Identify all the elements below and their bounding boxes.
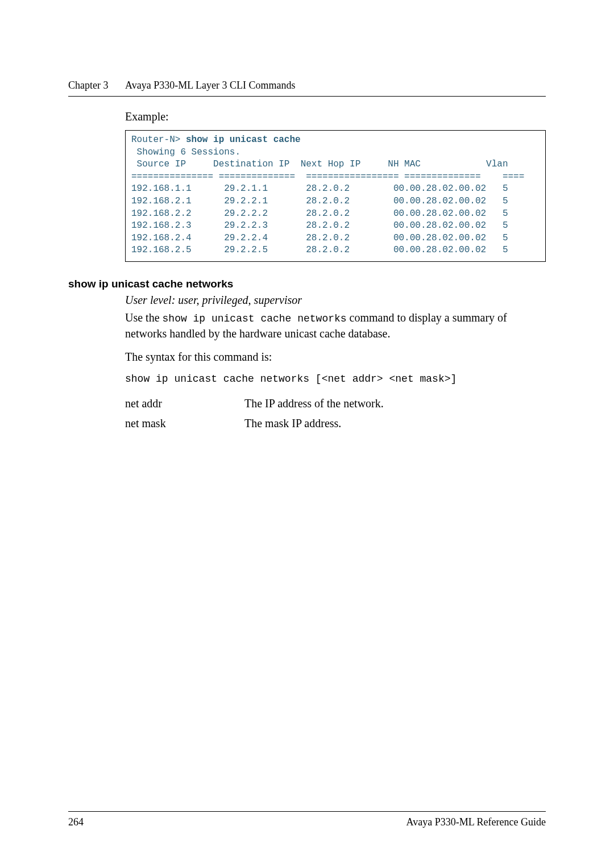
syntax-label: The syntax for this command is:	[125, 349, 546, 365]
code-example-block: Router-N> show ip unicast cache Showing …	[125, 130, 546, 262]
code-row: 192.168.2.1 29.2.2.1 28.2.0.2 00.00.28.0…	[131, 196, 508, 206]
command-text: show ip unicast cache	[186, 135, 301, 145]
section-heading: show ip unicast cache networks	[68, 278, 546, 290]
code-row: 192.168.1.1 29.2.1.1 28.2.0.2 00.00.28.0…	[131, 183, 508, 194]
code-sessions: Showing 6 Sessions.	[131, 147, 240, 157]
chapter-label: Chapter 3	[68, 80, 108, 91]
code-divider: =============== ============== =========…	[131, 172, 524, 182]
prompt-text: Router-N>	[131, 135, 186, 145]
page-footer: 264 Avaya P330-ML Reference Guide	[68, 811, 546, 828]
user-level-line: User level: user, privileged, supervisor	[125, 294, 546, 307]
code-colheader: Source IP Destination IP Next Hop IP NH …	[131, 159, 508, 169]
page-number: 264	[68, 816, 84, 828]
param-name: net addr	[125, 397, 244, 410]
description-paragraph: Use the show ip unicast cache networks c…	[125, 310, 546, 341]
inline-command: show ip unicast cache networks	[163, 313, 347, 324]
param-row: net mask The mask IP address.	[125, 417, 546, 430]
code-row: 192.168.2.5 29.2.2.5 28.2.0.2 00.00.28.0…	[131, 245, 508, 255]
page-header: Chapter 3 Avaya P330-ML Layer 3 CLI Comm…	[68, 80, 546, 97]
param-desc: The mask IP address.	[244, 417, 341, 430]
example-label: Example:	[125, 110, 546, 123]
body-pre: Use the	[125, 311, 163, 324]
code-row: 192.168.2.2 29.2.2.2 28.2.0.2 00.00.28.0…	[131, 208, 508, 219]
footer-reference: Avaya P330-ML Reference Guide	[406, 816, 546, 828]
syntax-command: show ip unicast cache networks [<net add…	[125, 373, 546, 385]
param-desc: The IP address of the network.	[244, 397, 384, 410]
code-row: 192.168.2.3 29.2.2.3 28.2.0.2 00.00.28.0…	[131, 220, 508, 231]
param-name: net mask	[125, 417, 244, 430]
code-row: 192.168.2.4 29.2.2.4 28.2.0.2 00.00.28.0…	[131, 233, 508, 243]
param-row: net addr The IP address of the network.	[125, 397, 546, 410]
header-title: Avaya P330-ML Layer 3 CLI Commands	[125, 80, 295, 91]
